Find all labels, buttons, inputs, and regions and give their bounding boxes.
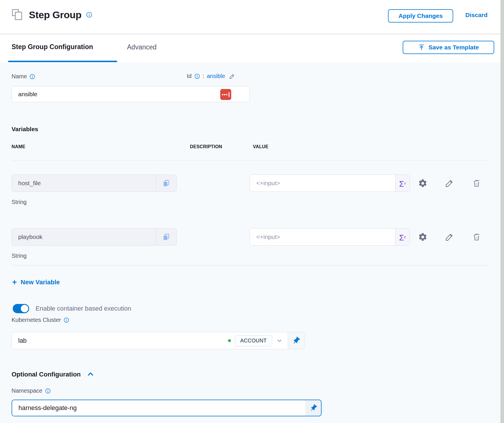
new-variable-label: New Variable (20, 279, 60, 286)
chevron-up-icon[interactable] (87, 370, 94, 378)
namespace-label-text: Namespace (12, 387, 42, 394)
divider (12, 160, 488, 161)
variable-name-field (12, 228, 177, 246)
variables-column-headers: NAME DESCRIPTION VALUE (0, 144, 504, 150)
edit-variable-button[interactable] (443, 228, 455, 246)
namespace-label: Namespace (12, 387, 51, 394)
variable-value-input[interactable] (250, 175, 395, 192)
toggle-label: Enable container based execution (36, 305, 131, 312)
discard-button[interactable]: Discard (465, 12, 488, 18)
name-input-container (12, 86, 250, 102)
namespace-input-container (12, 400, 306, 416)
pin-icon[interactable] (288, 332, 304, 349)
variable-value-field: Σx (250, 228, 410, 246)
id-info-icon[interactable] (194, 73, 200, 79)
column-header-name: NAME (12, 144, 25, 149)
step-group-info-icon[interactable] (86, 12, 92, 18)
id-label-text: Id (187, 73, 192, 79)
panel-title-group: Step Group (11, 8, 92, 21)
variable-name-input[interactable] (12, 229, 156, 245)
expression-sigma-icon[interactable]: Σx (395, 175, 410, 192)
save-as-template-button[interactable]: Save as Template (403, 41, 494, 54)
sigma-superscript: x (404, 181, 406, 185)
variable-settings-button[interactable] (417, 228, 429, 246)
name-info-icon[interactable] (29, 74, 35, 79)
variable-value-field: Σx (250, 175, 410, 192)
variable-type-label: String (12, 199, 27, 205)
variable-settings-button[interactable] (417, 175, 429, 192)
new-variable-button[interactable]: + New Variable (12, 278, 60, 286)
id-value: ansible (207, 73, 225, 79)
scope-badge: ACCOUNT (235, 335, 272, 346)
pin-icon[interactable] (306, 400, 321, 416)
variable-row-playbook: Σx (0, 228, 504, 246)
variable-name-input[interactable] (12, 175, 156, 192)
variable-type-label: String (12, 253, 27, 259)
variables-heading: Variables (12, 126, 38, 133)
kubernetes-cluster-info-icon[interactable] (64, 317, 69, 323)
namespace-field (12, 400, 322, 416)
apply-changes-button[interactable]: Apply Changes (388, 9, 453, 23)
namespace-info-icon[interactable] (45, 388, 51, 394)
copy-variable-icon[interactable] (156, 175, 176, 192)
divider (12, 265, 488, 266)
tab-advanced[interactable]: Advanced (127, 43, 156, 51)
variable-name-field (12, 175, 177, 192)
kubernetes-cluster-label-text: Kubernetes Cluster (12, 317, 61, 323)
plus-icon: + (12, 278, 17, 286)
delete-variable-button[interactable] (471, 228, 483, 246)
edit-id-icon[interactable] (229, 73, 235, 79)
save-as-template-label: Save as Template (428, 44, 479, 51)
kubernetes-cluster-field: ACCOUNT (12, 332, 305, 349)
vertical-scrollbar[interactable] (501, 0, 504, 423)
sigma-glyph: Σ (399, 234, 404, 242)
name-field-label: Name (12, 73, 35, 80)
upload-icon (418, 44, 425, 51)
sigma-glyph: Σ (399, 180, 404, 188)
kubernetes-cluster-input[interactable] (12, 332, 228, 349)
password-manager-icon[interactable] (220, 89, 231, 100)
copy-variable-icon[interactable] (156, 229, 176, 245)
id-display: Id : ansible (187, 73, 235, 79)
tabs-bar: Step Group Configuration Advanced Save a… (0, 34, 504, 62)
connector-status-dot (228, 339, 231, 342)
expression-sigma-icon[interactable]: Σx (395, 229, 410, 245)
optional-configuration-title: Optional Configuration (12, 371, 81, 378)
namespace-input[interactable] (12, 400, 306, 416)
name-label-text: Name (12, 73, 27, 80)
step-group-icon (11, 8, 24, 21)
id-colon: : (203, 73, 204, 79)
enable-container-execution-toggle[interactable] (13, 304, 29, 313)
apply-changes-label: Apply Changes (399, 12, 443, 19)
step-group-configuration-panel: Name Id : ansible (0, 62, 504, 423)
delete-variable-button[interactable] (471, 175, 483, 192)
sigma-superscript: x (404, 235, 406, 239)
discard-label: Discard (465, 12, 488, 18)
column-header-value: VALUE (253, 144, 268, 149)
edit-variable-button[interactable] (443, 175, 455, 192)
tab-step-group-configuration[interactable]: Step Group Configuration (12, 43, 93, 51)
active-tab-underline (8, 61, 117, 62)
kubernetes-cluster-label: Kubernetes Cluster (12, 317, 69, 323)
variable-row-host-file: Σx (0, 175, 504, 192)
chevron-down-icon[interactable] (276, 337, 283, 344)
toggle-knob (21, 305, 28, 312)
container-execution-row: Enable container based execution (13, 304, 131, 313)
variable-value-input[interactable] (250, 229, 395, 245)
optional-configuration-header: Optional Configuration (12, 370, 94, 378)
panel-header: Step Group Apply Changes Discard (0, 0, 504, 34)
column-header-description: DESCRIPTION (190, 144, 222, 149)
name-input[interactable] (12, 86, 249, 102)
page-title: Step Group (29, 9, 81, 21)
